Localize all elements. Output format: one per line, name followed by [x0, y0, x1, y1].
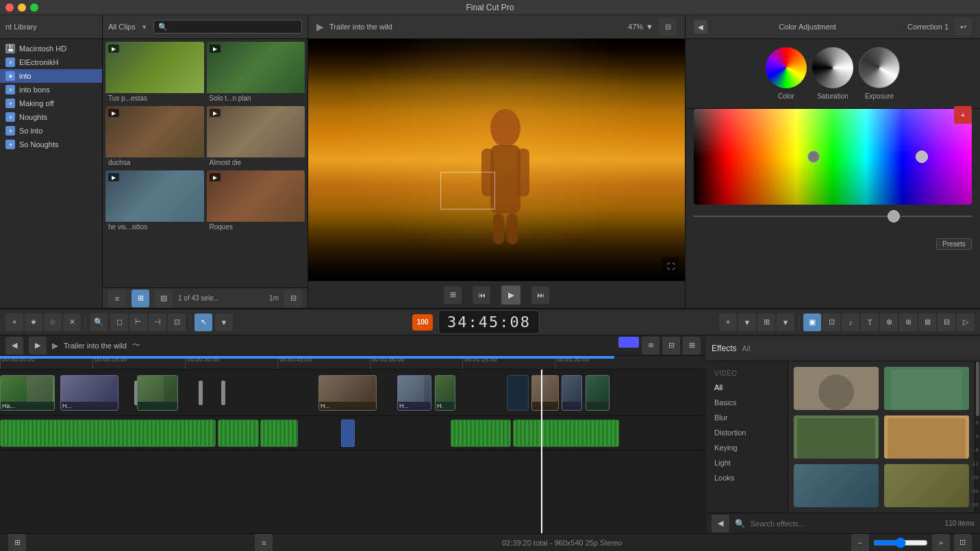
effect-item-50s-tv[interactable]: 50s TV — [794, 367, 879, 410]
reject-button[interactable]: ✕ — [63, 313, 81, 331]
list-item[interactable]: ▶ Almost die — [207, 106, 305, 168]
music-button[interactable]: ♪ — [842, 313, 859, 331]
play-pause-button[interactable]: ▶ — [29, 337, 47, 355]
more-button[interactable]: ▷ — [957, 313, 975, 331]
blade-button[interactable]: ◻ — [110, 313, 128, 331]
library-view-button[interactable]: ⊞ — [8, 534, 26, 552]
zoom-to-fit[interactable]: ⊞ — [683, 337, 701, 355]
color-nav-back[interactable]: ◀ — [694, 20, 707, 34]
minimize-button[interactable] — [18, 3, 26, 12]
list-item[interactable]: ▶ Tus p...estas — [105, 42, 204, 103]
select-dropdown[interactable]: ▼ — [215, 313, 233, 331]
scrollbar-thumb[interactable] — [976, 361, 979, 416]
filmstrip-button[interactable]: ▤ — [155, 290, 173, 307]
timeline-view-button[interactable]: ≡ — [255, 534, 273, 552]
title-clip[interactable] — [341, 420, 355, 447]
connect-button[interactable]: ⊞ — [757, 313, 775, 331]
preview-settings-btn[interactable]: ⊞ — [444, 286, 462, 304]
browser-search-input[interactable] — [153, 20, 302, 34]
photo-button[interactable]: ⊡ — [822, 313, 840, 331]
sidebar-item-into-bons[interactable]: ★ into bons — [0, 83, 102, 97]
preview-settings-button[interactable]: ⊟ — [659, 18, 677, 36]
sidebar-item-noughts[interactable]: ★ Noughts — [0, 110, 102, 124]
play-button[interactable]: ▶ — [501, 285, 520, 305]
effects-cat-blur[interactable]: Blur — [706, 410, 788, 425]
sidebar-item-macintosh[interactable]: 💾 Macintosh HD — [0, 42, 102, 55]
zoom-button[interactable]: 🔍 — [90, 313, 108, 331]
effects-cat-looks[interactable]: Looks — [706, 470, 788, 485]
effects-cat-all[interactable]: All — [706, 380, 788, 395]
effects-cat-keying[interactable]: Keying — [706, 440, 788, 455]
title-button[interactable]: T — [861, 313, 879, 331]
generator-button[interactable]: ⊕ — [880, 313, 898, 331]
exposure-control[interactable]: Exposure — [859, 47, 900, 100]
effects-button[interactable]: ⊛ — [899, 313, 917, 331]
list-item[interactable]: ▶ duchsa — [105, 106, 204, 168]
audio-clip[interactable]: V... — [218, 420, 259, 447]
effects-scrollbar[interactable]: 6 0 -6 -12 -20 -30 -50 — [975, 361, 980, 513]
effect-item-aged-film[interactable]: Aged Film — [794, 415, 879, 459]
timeline-clip[interactable] — [562, 375, 582, 411]
timeline-clip[interactable]: H... — [397, 375, 431, 411]
zoom-out-button[interactable]: − — [851, 534, 869, 552]
timeline-options[interactable]: ⊟ — [662, 337, 680, 355]
color-dot-handle[interactable] — [888, 210, 900, 222]
zoom-fit-button[interactable]: ⊡ — [954, 534, 972, 552]
trim-button[interactable]: ⊢ — [129, 313, 147, 331]
go-to-end-button[interactable]: ⏭ — [531, 286, 549, 304]
sidebar-item-electronikh[interactable]: ★ ElEctronikH — [0, 55, 102, 69]
grid-view-button[interactable]: ⊞ — [131, 290, 149, 307]
color-wheel-control[interactable]: Color — [766, 47, 807, 100]
effects-back-button[interactable]: ◀ — [712, 515, 729, 533]
snap-button[interactable]: ⌖ — [5, 313, 23, 331]
timeline-clip[interactable]: Ha... — [0, 375, 55, 411]
timeline-clip[interactable] — [531, 375, 559, 411]
transform-button[interactable]: ⌖ — [719, 313, 737, 331]
timeline-clip[interactable] — [586, 375, 610, 411]
collapse-button[interactable]: ◀ — [5, 337, 23, 355]
presets-button[interactable]: Presets — [936, 238, 972, 250]
gradient-handle-2[interactable] — [916, 151, 928, 163]
audio-clip[interactable]: ⊞Volcano choir — [513, 420, 619, 447]
add-color-button[interactable]: + — [954, 106, 972, 124]
unfavorite-button[interactable]: ☆ — [44, 313, 62, 331]
color-undo-button[interactable]: ↩ — [954, 18, 972, 36]
saturation-control[interactable]: Saturation — [812, 47, 853, 100]
sidebar-item-so-noughts[interactable]: ★ So Noughts — [0, 138, 102, 151]
video-button[interactable]: ▣ — [803, 313, 821, 331]
timeline-clip[interactable]: H. — [435, 375, 455, 411]
zoom-in-button[interactable]: + — [932, 534, 950, 552]
maximize-button[interactable] — [30, 3, 38, 12]
favorite-button[interactable]: ★ — [25, 313, 42, 331]
effect-item-add-noise[interactable]: Add Noise — [884, 367, 969, 410]
go-to-start-button[interactable]: ⏮ — [473, 286, 490, 304]
timeline-clip[interactable]: H... — [318, 375, 377, 411]
effect-item-6[interactable]: ... — [884, 464, 969, 507]
connect-dropdown[interactable]: ▼ — [777, 313, 794, 331]
list-item[interactable]: ▶ he vis...sitios — [105, 170, 204, 232]
effects-cat-light[interactable]: Light — [706, 455, 788, 470]
zoom-slider[interactable] — [873, 537, 928, 548]
list-item[interactable]: ▶ Roques — [207, 170, 305, 232]
fullscreen-button[interactable]: ⛶ — [662, 257, 679, 275]
audio-clip[interactable]: ⊞LLocs — [451, 420, 511, 447]
audio-clip[interactable]: V... — [260, 420, 298, 447]
layout-button[interactable]: ⊟ — [938, 313, 955, 331]
sidebar-item-into[interactable]: ★ into — [0, 69, 102, 83]
timeline-clip[interactable]: H... — [60, 375, 118, 411]
close-button[interactable] — [5, 3, 14, 12]
audio-clip[interactable]: 6952... — [0, 420, 216, 447]
timeline-clip[interactable] — [507, 375, 529, 411]
list-view-button[interactable]: ≡ — [108, 290, 126, 307]
sidebar-item-so-into[interactable]: ★ So into — [0, 124, 102, 138]
effects-cat-basics[interactable]: Basics — [706, 395, 788, 410]
gradient-handle-1[interactable] — [807, 151, 820, 163]
effects-search-input[interactable] — [751, 517, 860, 530]
timeline-clip[interactable] — [137, 375, 178, 411]
effect-item-aged-paper[interactable]: Aged Paper — [884, 415, 969, 459]
effects-cat-distortion[interactable]: Distortion — [706, 425, 788, 440]
transitions-button[interactable]: ⊠ — [918, 313, 936, 331]
list-item[interactable]: ▶ Solo t...n plan — [207, 42, 305, 103]
clips-settings-button[interactable]: ⊟ — [284, 290, 302, 307]
effect-item-5[interactable]: ... — [794, 464, 879, 507]
